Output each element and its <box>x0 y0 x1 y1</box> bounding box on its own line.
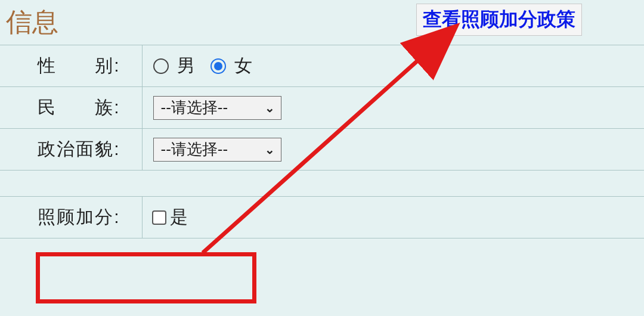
chevron-down-icon: ⌄ <box>265 101 275 115</box>
bonus-option-label: 是 <box>170 205 188 230</box>
bonus-checkbox[interactable] <box>152 210 166 225</box>
chevron-down-icon: ⌄ <box>265 142 275 157</box>
gender-male-radio[interactable] <box>153 58 169 74</box>
gender-female-radio[interactable] <box>210 58 226 74</box>
ethnicity-select[interactable]: --请选择-- ⌄ <box>153 96 281 120</box>
view-bonus-policy-button[interactable]: 查看照顾加分政策 <box>416 4 582 36</box>
gender-label: 性 别: <box>0 45 142 87</box>
political-select-value: --请选择-- <box>161 139 228 160</box>
spacer-row <box>0 171 644 197</box>
ethnicity-label: 民 族: <box>0 87 142 129</box>
ethnicity-select-value: --请选择-- <box>161 97 228 118</box>
gender-female-label: 女 <box>234 54 252 78</box>
gender-male-label: 男 <box>177 54 195 78</box>
form-table: 性 别: 男 女 民 族: --请选择-- ⌄ 政治面貌: --请选择-- ⌄ <box>0 45 644 238</box>
bonus-label: 照顾加分: <box>0 197 142 238</box>
political-select[interactable]: --请选择-- ⌄ <box>153 138 281 162</box>
annotation-highlight-box <box>36 252 256 303</box>
political-label: 政治面貌: <box>0 129 142 171</box>
